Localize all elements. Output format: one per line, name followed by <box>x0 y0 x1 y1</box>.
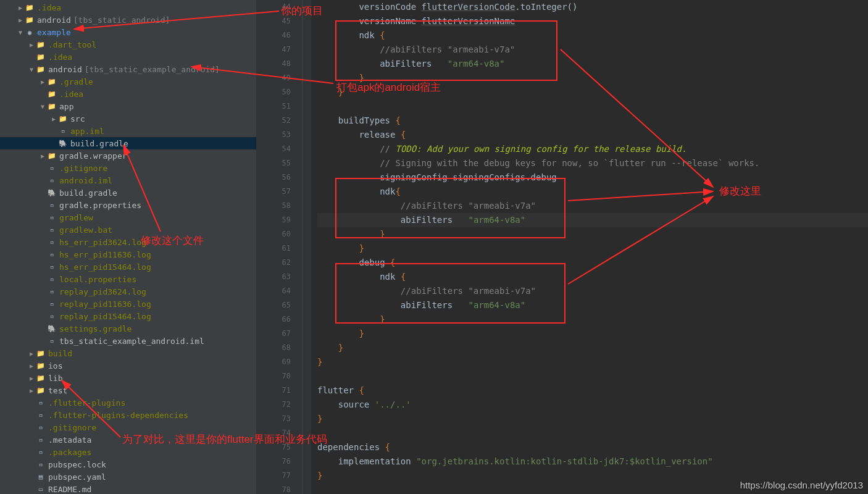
gradle-icon: 🐘 <box>47 324 57 333</box>
code-line-58[interactable]: //abiFilters "armeabi-v7a" <box>317 199 868 213</box>
code-line-75[interactable]: dependencies { <box>317 440 868 454</box>
tree-item-hs-err-pid3624-log[interactable]: ▫hs_err_pid3624.log <box>0 236 256 248</box>
code-line-47[interactable]: //abiFilters "armeabi-v7a" <box>317 43 868 57</box>
tree-item-src[interactable]: ▶📁src <box>0 112 256 125</box>
code-line-73[interactable]: } <box>317 412 868 426</box>
tree-arrow-icon[interactable]: ▼ <box>38 103 47 110</box>
tree-item-replay-pid11636-log[interactable]: ▫replay_pid11636.log <box>0 298 256 310</box>
tree-item-local-properties[interactable]: ▫local.properties <box>0 273 256 285</box>
tree-arrow-icon[interactable]: ▶ <box>27 350 36 357</box>
tree-item-hs-err-pid11636-log[interactable]: ▫hs_err_pid11636.log <box>0 248 256 261</box>
tree-item--gitignore[interactable]: ▫.gitignore <box>0 421 256 433</box>
tree-item--idea[interactable]: 📁.idea <box>0 51 256 63</box>
code-line-74[interactable] <box>317 426 868 440</box>
tree-item-gradlew-bat[interactable]: ▫gradlew.bat <box>0 224 256 236</box>
code-line-61[interactable]: } <box>317 241 868 256</box>
code-line-63[interactable]: ndk { <box>317 270 868 284</box>
tree-arrow-icon[interactable]: ▶ <box>27 41 36 48</box>
code-line-49[interactable]: } <box>317 71 868 85</box>
tree-item-app-iml[interactable]: ▫app.iml <box>0 125 256 137</box>
code-line-69[interactable]: } <box>317 355 868 369</box>
tree-item-build-gradle[interactable]: 🐘build.gradle <box>0 186 256 199</box>
code-line-46[interactable]: ndk { <box>317 28 868 43</box>
tree-item--flutter-plugins[interactable]: ▫.flutter-plugins <box>0 396 256 409</box>
tree-arrow-icon[interactable]: ▶ <box>27 387 36 394</box>
code-line-76[interactable]: implementation "org.jetbrains.kotlin:kot… <box>317 454 868 469</box>
gradle-icon: 🐘 <box>58 138 68 148</box>
line-number: 51 <box>256 99 291 114</box>
code-line-59[interactable]: abiFilters "arm64-v8a" <box>317 213 868 227</box>
tree-item-android[interactable]: ▶📁android[tbs_static_android] <box>0 14 256 26</box>
tree-item--idea[interactable]: 📁.idea <box>0 88 256 100</box>
tree-item--flutter-plugins-dependencies[interactable]: ▫.flutter-plugins-dependencies <box>0 409 256 421</box>
line-number: 56 <box>256 170 291 185</box>
code-line-78[interactable] <box>317 483 868 494</box>
tree-item-tbs-static-example-android-iml[interactable]: ▫tbs_static_example_android.iml <box>0 335 256 347</box>
code-line-52[interactable]: buildTypes { <box>317 114 868 128</box>
tree-item--gitignore[interactable]: ▫.gitignore <box>0 162 256 174</box>
tree-item--metadata[interactable]: ▫.metadata <box>0 433 256 446</box>
code-line-70[interactable] <box>317 369 868 383</box>
tree-item-settings-gradle[interactable]: 🐘settings.gradle <box>0 322 256 335</box>
tree-arrow-icon[interactable]: ▶ <box>16 4 25 11</box>
code-line-67[interactable]: } <box>317 327 868 341</box>
code-line-71[interactable]: flutter { <box>317 383 868 398</box>
code-line-50[interactable]: } <box>317 85 868 99</box>
tree-arrow-icon[interactable]: ▶ <box>27 362 36 369</box>
code-line-54[interactable]: // TODO: Add your own signing config for… <box>317 142 868 156</box>
code-editor[interactable]: 4445464748495051525354555657585960616263… <box>256 0 868 494</box>
tree-arrow-icon[interactable]: ▶ <box>38 78 47 85</box>
tree-item--packages[interactable]: ▫.packages <box>0 446 256 458</box>
code-line-65[interactable]: abiFilters "arm64-v8a" <box>317 298 868 312</box>
tree-arrow-icon[interactable]: ▶ <box>38 153 47 159</box>
tree-item-readme-md[interactable]: ▭README.md <box>0 483 256 494</box>
code-line-77[interactable]: } <box>317 469 868 483</box>
tree-item-gradlew[interactable]: ▫gradlew <box>0 211 256 224</box>
tree-label: gradle.properties <box>59 201 141 210</box>
line-number: 49 <box>256 71 291 85</box>
tree-item--dart-tool[interactable]: ▶📁.dart_tool <box>0 38 256 51</box>
tree-item-replay-pid15464-log[interactable]: ▫replay_pid15464.log <box>0 310 256 322</box>
code-line-62[interactable]: debug { <box>317 256 868 270</box>
code-line-57[interactable]: ndk{ <box>317 185 868 199</box>
line-number: 67 <box>256 327 291 341</box>
code-line-55[interactable]: // Signing with the debug keys for now, … <box>317 156 868 170</box>
code-line-44[interactable]: versionCode flutterVersionCode.toInteger… <box>317 0 868 14</box>
tree-item-hs-err-pid15464-log[interactable]: ▫hs_err_pid15464.log <box>0 261 256 273</box>
tree-arrow-icon[interactable]: ▶ <box>27 375 36 382</box>
code-line-56[interactable]: signingConfig signingConfigs.debug <box>317 170 868 185</box>
tree-item-test[interactable]: ▶📁test <box>0 384 256 396</box>
tree-item-build-gradle[interactable]: 🐘build.gradle <box>0 137 256 149</box>
code-line-68[interactable]: } <box>317 341 868 355</box>
tree-item-pubspec-yaml[interactable]: ▤pubspec.yaml <box>0 471 256 483</box>
code-line-66[interactable]: } <box>317 312 868 327</box>
code-line-53[interactable]: release { <box>317 128 868 142</box>
tree-item-ios[interactable]: ▶📁ios <box>0 359 256 372</box>
tree-item--gradle[interactable]: ▶📁.gradle <box>0 75 256 88</box>
code-area[interactable]: versionCode flutterVersionCode.toInteger… <box>311 0 868 494</box>
tree-item-replay-pid3624-log[interactable]: ▫replay_pid3624.log <box>0 285 256 298</box>
code-line-64[interactable]: //abiFilters "armeabi-v7a" <box>317 284 868 298</box>
code-line-72[interactable]: source '../..' <box>317 398 868 412</box>
tree-label: hs_err_pid11636.log <box>59 250 151 259</box>
tree-arrow-icon[interactable]: ▶ <box>16 17 25 23</box>
tree-item-app[interactable]: ▼📁app <box>0 100 256 112</box>
line-number: 60 <box>256 227 291 241</box>
tree-item-gradle-wrapper[interactable]: ▶📁gradle.wrapper <box>0 149 256 162</box>
tree-item-lib[interactable]: ▶📁lib <box>0 372 256 384</box>
tree-arrow-icon[interactable]: ▶ <box>49 115 58 122</box>
code-line-60[interactable]: } <box>317 227 868 241</box>
project-tree[interactable]: ▶📁.idea▶📁android[tbs_static_android]▼◉ex… <box>0 0 256 494</box>
code-line-48[interactable]: abiFilters "arm64-v8a" <box>317 57 868 71</box>
tree-item-gradle-properties[interactable]: ▫gradle.properties <box>0 199 256 211</box>
code-line-45[interactable]: versionName flutterVersionName <box>317 14 868 28</box>
tree-item-android-iml[interactable]: ▫android.iml <box>0 174 256 186</box>
tree-arrow-icon[interactable]: ▼ <box>27 66 36 73</box>
tree-arrow-icon[interactable]: ▼ <box>16 29 25 36</box>
tree-item-example[interactable]: ▼◉example <box>0 26 256 38</box>
tree-item-pubspec-lock[interactable]: ▫pubspec.lock <box>0 458 256 471</box>
tree-item--idea[interactable]: ▶📁.idea <box>0 1 256 14</box>
tree-item-build[interactable]: ▶📁build <box>0 347 256 359</box>
tree-item-android[interactable]: ▼📁android[tbs_static_example_android] <box>0 63 256 75</box>
code-line-51[interactable] <box>317 99 868 114</box>
